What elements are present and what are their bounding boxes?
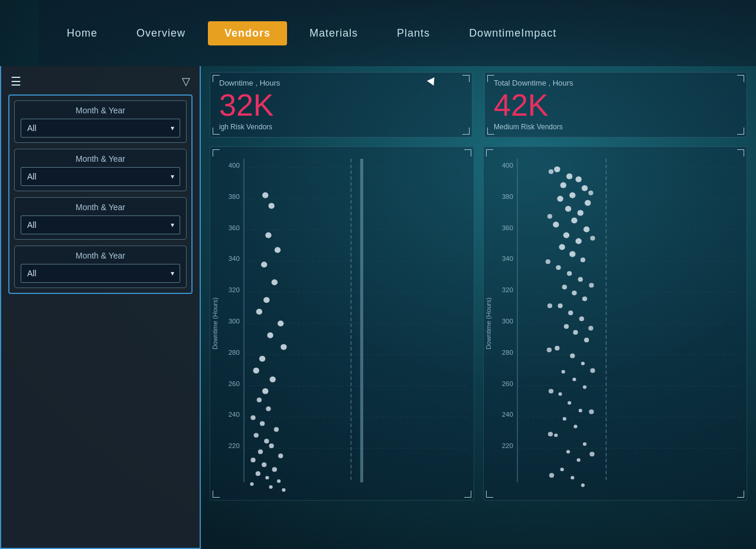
svg-point-121: [573, 424, 577, 428]
svg-point-106: [568, 311, 572, 315]
svg-text:340: 340: [229, 256, 240, 263]
filter-icon[interactable]: ▽: [182, 75, 190, 88]
filter-select-wrapper-3: All ▾: [21, 215, 180, 234]
corner-tl-2: [487, 75, 494, 82]
filter-panel: Month & Year All ▾ Month & Year All ▾ Mo…: [8, 94, 193, 294]
filter-label-4: Month & Year: [21, 251, 180, 260]
svg-point-132: [590, 236, 595, 240]
hamburger-icon[interactable]: ☰: [11, 74, 21, 89]
nav-downtime-impact[interactable]: DowntimeImpact: [452, 21, 573, 45]
svg-point-39: [257, 398, 262, 403]
svg-point-93: [583, 227, 589, 233]
svg-point-45: [264, 439, 269, 443]
filter-item-4: Month & Year All ▾: [14, 246, 187, 288]
svg-point-137: [546, 348, 551, 352]
svg-rect-23: [360, 159, 363, 482]
svg-point-97: [569, 251, 575, 257]
svg-point-28: [261, 262, 267, 267]
charts-row: 400 380 360 340 320 300 280 260 240 220 …: [210, 146, 747, 501]
filter-select-3[interactable]: All: [21, 215, 180, 234]
svg-point-29: [272, 279, 278, 285]
svg-text:340: 340: [501, 256, 513, 263]
svg-point-104: [582, 296, 586, 301]
svg-point-126: [560, 468, 563, 471]
svg-point-88: [584, 200, 590, 206]
svg-point-85: [581, 185, 587, 191]
svg-text:Downtime (Hours): Downtime (Hours): [485, 298, 492, 350]
chart-corner-br-1: [464, 491, 471, 498]
kpi-subtitle-2: Medium Risk Vendors: [494, 123, 738, 131]
svg-point-107: [579, 316, 584, 321]
svg-point-117: [558, 393, 562, 396]
chart-svg-2: 400 380 360 340 320 300 280 260 240 220 …: [484, 147, 747, 500]
navbar: Home Overview Vendors Materials Plants D…: [38, 0, 756, 66]
corner-tr-1: [462, 75, 470, 82]
svg-point-26: [265, 233, 271, 238]
filter-select-1[interactable]: All: [21, 119, 180, 138]
svg-point-116: [582, 385, 586, 389]
kpi-title-1: Downtime , Hours: [219, 79, 463, 87]
svg-point-34: [281, 344, 286, 350]
svg-point-114: [561, 370, 565, 374]
svg-point-138: [590, 368, 595, 373]
nav-home[interactable]: Home: [50, 21, 114, 45]
svg-point-133: [545, 259, 550, 264]
svg-point-135: [547, 303, 552, 308]
svg-point-92: [553, 222, 559, 228]
svg-point-31: [256, 309, 262, 315]
svg-point-99: [556, 265, 561, 270]
nav-plants[interactable]: Plants: [380, 21, 447, 45]
svg-point-25: [268, 203, 274, 209]
svg-point-100: [566, 271, 571, 276]
chart-corner-tr-1: [464, 149, 471, 156]
svg-point-44: [254, 433, 259, 437]
svg-point-130: [588, 191, 593, 195]
svg-point-27: [275, 247, 281, 253]
svg-point-40: [266, 407, 271, 411]
corner-br-1: [462, 128, 470, 135]
svg-point-136: [588, 326, 593, 331]
kpi-title-2: Total Downtime , Hours: [494, 79, 738, 87]
svg-text:400: 400: [501, 162, 513, 169]
svg-point-41: [250, 415, 255, 420]
svg-text:360: 360: [229, 224, 240, 231]
svg-text:240: 240: [229, 411, 240, 419]
svg-point-129: [548, 169, 553, 174]
filter-label-3: Month & Year: [21, 202, 180, 212]
main-content: Downtime , Hours 32K igh Risk Vendors To…: [201, 66, 756, 549]
nav-vendors[interactable]: Vendors: [208, 21, 287, 45]
svg-point-83: [560, 182, 566, 188]
svg-point-87: [557, 196, 563, 202]
svg-text:280: 280: [229, 349, 240, 356]
chart-container-2: 400 380 360 340 320 300 280 260 240 220 …: [483, 146, 748, 501]
filter-select-2[interactable]: All: [21, 167, 180, 186]
svg-point-89: [565, 206, 571, 212]
chart-corner-bl-1: [213, 491, 220, 498]
svg-point-125: [576, 458, 580, 462]
svg-point-42: [260, 421, 265, 426]
svg-point-50: [262, 462, 266, 467]
svg-point-48: [278, 453, 283, 458]
svg-text:380: 380: [229, 193, 240, 200]
chart-corner-br-2: [737, 491, 744, 498]
kpi-value-1: 32K: [219, 90, 463, 120]
svg-point-86: [569, 192, 575, 198]
filter-select-4[interactable]: All: [21, 264, 180, 283]
svg-point-142: [589, 452, 594, 456]
svg-point-112: [570, 354, 575, 358]
svg-text:380: 380: [501, 193, 513, 200]
filter-label-2: Month & Year: [21, 154, 180, 164]
svg-point-141: [548, 432, 552, 436]
nav-overview[interactable]: Overview: [120, 21, 202, 45]
filter-select-wrapper-1: All ▾: [21, 119, 180, 138]
kpi-row: Downtime , Hours 32K igh Risk Vendors To…: [210, 72, 747, 138]
svg-point-35: [259, 356, 265, 362]
svg-point-111: [555, 346, 559, 351]
svg-point-91: [571, 218, 577, 224]
filter-select-wrapper-2: All ▾: [21, 167, 180, 186]
svg-point-102: [562, 285, 566, 289]
kpi-subtitle-1: igh Risk Vendors: [219, 123, 463, 131]
nav-materials[interactable]: Materials: [293, 21, 374, 45]
corner-bl-1: [213, 128, 220, 135]
svg-text:360: 360: [501, 224, 513, 231]
